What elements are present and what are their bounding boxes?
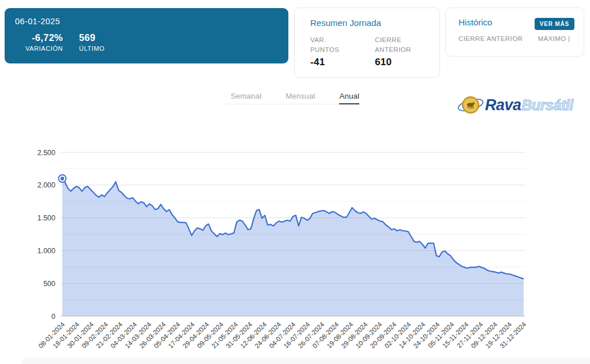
stat-item: VAR. PUNTOS-41 [310,35,353,68]
chart-x-axis-labels: 08-01-202418-01-202430-01-202409-02-2024… [37,321,528,350]
quote-summary-card: 06-01-2025 -6,72% VARIACIÓN 569 ÚLTIMO [5,8,288,63]
svg-text:1.000: 1.000 [37,247,55,255]
quote-date: 06-01-2025 [15,17,278,26]
historico-columns: CIERRE ANTERIORMÁXIMO | [459,35,574,42]
variation-stat: -6,72% VARIACIÓN [25,32,63,52]
historico-panel: Histórico VER MÁS CIERRE ANTERIORMÁXIMO … [445,7,584,57]
historico-column-header: CIERRE ANTERIOR [459,35,523,42]
logo-text-rava: Rava [485,97,521,113]
svg-text:0: 0 [51,313,55,321]
logo-text-bursatil: Bursátil [522,98,573,112]
rava-logo[interactable]: RavaBursátil [457,93,573,117]
historico-column-header: MÁXIMO | [538,35,570,42]
resumen-stats: VAR. PUNTOS-41CIERRE ANTERIOR610 [310,35,428,68]
svg-text:2.000: 2.000 [37,181,55,189]
first-point-marker [59,175,66,182]
stat-value: -41 [310,57,353,68]
svg-text:2.500: 2.500 [37,149,55,157]
resumen-jornada-panel: Resumen Jornada VAR. PUNTOS-41CIERRE ANT… [294,7,440,78]
tab-mensual[interactable]: Mensual [285,92,315,100]
chart-y-axis-labels: 2.5002.0001.5001.0005000 [37,149,55,321]
last-value: 569 [79,32,104,43]
variation-label: VARIACIÓN [25,45,63,52]
svg-text:1.500: 1.500 [37,214,55,222]
stat-value: 610 [375,57,418,68]
stat-label: CIERRE ANTERIOR [375,35,418,55]
tab-anual[interactable]: Anual [339,92,359,100]
ver-mas-button[interactable]: VER MÁS [535,18,574,30]
svg-text:500: 500 [43,280,55,288]
last-label: ÚLTIMO [79,45,104,52]
stat-label: VAR. PUNTOS [310,35,353,55]
period-tabs: SemanalMensualAnual [226,92,364,104]
price-area [62,178,524,316]
price-chart[interactable]: 2.5002.0001.5001.0005000 08-01-202418-01… [0,138,590,364]
last-stat: 569 ÚLTIMO [79,32,104,52]
variation-value: -6,72% [25,32,63,43]
tab-semanal[interactable]: Semanal [231,92,261,100]
rava-coin-icon [457,93,484,117]
resumen-title: Resumen Jornada [310,18,428,28]
stat-item: CIERRE ANTERIOR610 [375,35,418,68]
